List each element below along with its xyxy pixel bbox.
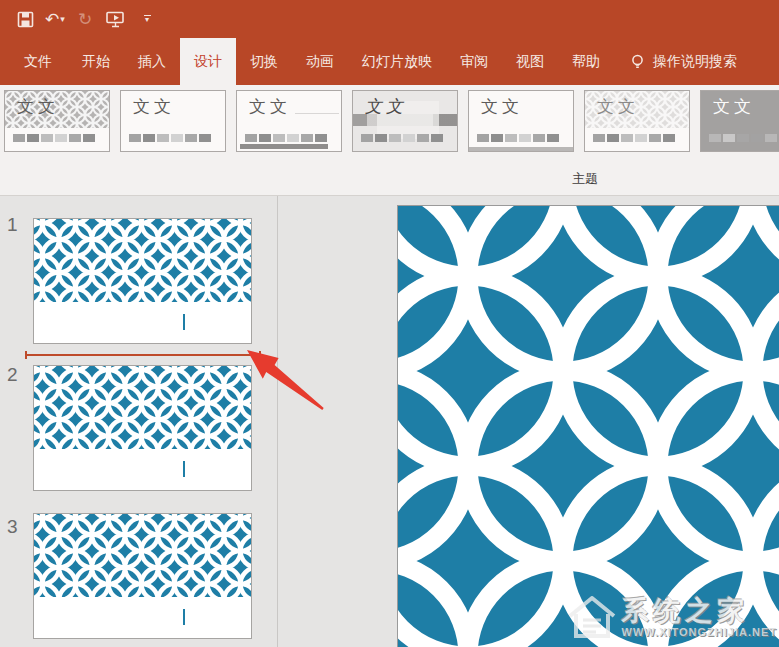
tab-transitions[interactable]: 切换 — [236, 38, 292, 85]
slide-insertion-indicator — [25, 354, 261, 356]
tab-review[interactable]: 审阅 — [446, 38, 502, 85]
ribbon-tab-bar: 文件 开始 插入 设计 切换 动画 幻灯片放映 审阅 视图 帮助 操作说明搜索 — [0, 38, 779, 85]
slide-thumbnail-2[interactable] — [33, 365, 252, 491]
ribbon-design-panel: 文文 文文 文文 文文 文文 — [0, 85, 779, 196]
tab-view[interactable]: 视图 — [502, 38, 558, 85]
theme-color-swatches — [129, 134, 211, 142]
theme-color-swatches — [477, 134, 559, 142]
theme-color-swatches — [13, 134, 95, 142]
theme-color-swatches — [709, 134, 779, 142]
tell-me-label: 操作说明搜索 — [653, 53, 737, 71]
theme-bottom-strip[interactable]: 文文 — [468, 90, 574, 152]
theme-sample-text: 文文 — [481, 95, 523, 118]
lightbulb-icon — [630, 53, 645, 71]
theme-color-swatches — [593, 134, 675, 142]
undo-icon[interactable]: ↶▾ — [40, 5, 70, 33]
theme-sample-text: 文文 — [713, 95, 755, 118]
tab-animations[interactable]: 动画 — [292, 38, 348, 85]
tab-file[interactable]: 文件 — [8, 38, 68, 85]
theme-banded[interactable]: 文文 — [352, 90, 458, 152]
tell-me-search[interactable]: 操作说明搜索 — [630, 38, 737, 85]
theme-bottom-bar[interactable]: 文文 — [236, 90, 342, 152]
title-bar: ↶▾ ↻ ▾ — [0, 0, 779, 38]
slide-thumbnail-panel: 1 2 3 — [0, 196, 278, 647]
text-placeholder-mark — [183, 609, 185, 625]
theme-color-swatches — [245, 134, 327, 142]
tab-help[interactable]: 帮助 — [558, 38, 614, 85]
tab-design[interactable]: 设计 — [180, 38, 236, 85]
slide-number: 1 — [7, 214, 18, 236]
theme-gallery: 文文 文文 文文 文文 文文 — [4, 90, 779, 152]
theme-sample-text: 文文 — [249, 95, 291, 118]
theme-sample-text: 文文 — [597, 95, 639, 118]
slide-number: 3 — [7, 516, 18, 538]
tab-slideshow[interactable]: 幻灯片放映 — [348, 38, 446, 85]
theme-dark[interactable]: 文文 — [700, 90, 779, 152]
theme-sample-text: 文文 — [133, 95, 175, 118]
theme-sample-text: 文文 — [365, 95, 407, 118]
slide-thumbnail-3[interactable] — [33, 513, 252, 639]
save-icon[interactable] — [10, 5, 40, 33]
text-placeholder-mark — [183, 461, 185, 477]
tab-home[interactable]: 开始 — [68, 38, 124, 85]
slide-number: 2 — [7, 364, 18, 386]
slide-editing-canvas[interactable] — [397, 205, 779, 647]
text-placeholder-mark — [183, 314, 185, 330]
theme-sample-text: 文文 — [17, 95, 59, 118]
theme-office[interactable]: 文文 — [120, 90, 226, 152]
theme-pattern-light[interactable]: 文文 — [584, 90, 690, 152]
start-slideshow-icon[interactable] — [100, 5, 130, 33]
theme-color-swatches — [361, 134, 443, 142]
ribbon-group-label-themes: 主题 — [545, 170, 625, 188]
customize-quick-access-icon[interactable]: ▾ — [138, 15, 156, 23]
workspace: 1 2 3 — [0, 196, 779, 647]
undo-dropdown-icon[interactable]: ▾ — [60, 14, 65, 24]
slide-thumbnail-1[interactable] — [33, 218, 252, 344]
redo-icon: ↻ — [70, 5, 100, 33]
theme-current-pattern[interactable]: 文文 — [4, 90, 110, 152]
tab-insert[interactable]: 插入 — [124, 38, 180, 85]
powerpoint-window: ↶▾ ↻ ▾ 文件 开始 插入 设计 切换 动画 幻灯片放映 审阅 视图 帮助 — [0, 0, 779, 647]
